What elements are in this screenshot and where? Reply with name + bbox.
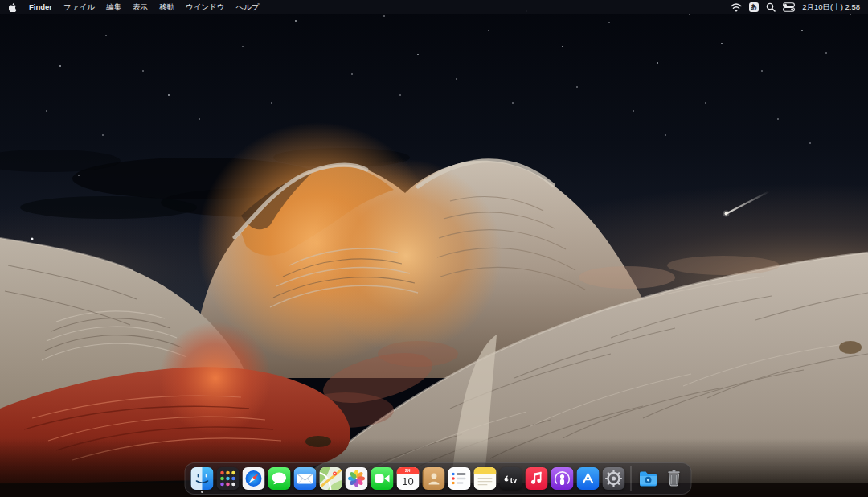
menu-help[interactable]: ヘルプ <box>231 0 265 14</box>
dock-system-settings-icon[interactable] <box>603 467 625 490</box>
dock-calendar-icon[interactable]: 2月 10 <box>397 467 420 490</box>
dock-safari-icon[interactable] <box>243 467 265 490</box>
dock-mail-icon[interactable] <box>294 467 317 490</box>
dock-contacts-icon[interactable] <box>423 467 445 490</box>
menu-edit[interactable]: 編集 <box>100 0 127 14</box>
spotlight-search-icon[interactable] <box>766 2 776 12</box>
menu-view[interactable]: 表示 <box>127 0 154 14</box>
running-indicator <box>201 491 203 493</box>
dock-music-icon[interactable] <box>526 467 548 490</box>
calendar-month-label: 2月 <box>405 468 411 473</box>
menu-file[interactable]: ファイル <box>58 0 100 14</box>
dock-folder-icon[interactable] <box>637 467 660 490</box>
menu-bar-status: あ 2月10日(土) 2:58 <box>731 2 868 13</box>
dock-reminders-icon[interactable] <box>448 467 471 490</box>
apple-logo-icon <box>9 2 17 12</box>
dock-launchpad-icon[interactable] <box>217 467 240 490</box>
menu-bar: Finder ファイル 編集 表示 移動 ウインドウ ヘルプ あ <box>0 0 868 14</box>
bright-star <box>31 238 34 240</box>
dock-finder-icon[interactable] <box>191 467 214 490</box>
app-menu-finder[interactable]: Finder <box>23 0 58 14</box>
menu-bar-clock[interactable]: 2月10日(土) 2:58 <box>802 2 860 13</box>
menu-window[interactable]: ウインドウ <box>180 0 231 14</box>
dock-photos-icon[interactable] <box>346 467 368 490</box>
dock-app-store-icon[interactable] <box>577 467 600 490</box>
dock-maps-icon[interactable] <box>320 467 342 490</box>
control-center-icon[interactable] <box>783 2 795 12</box>
input-source-icon[interactable]: あ <box>749 2 759 12</box>
calendar-day-label: 10 <box>403 475 414 487</box>
dock-podcasts-icon[interactable] <box>551 467 574 490</box>
dock: 2月 10 <box>185 462 692 495</box>
wallpaper-white-pocket <box>0 0 868 497</box>
dock-messages-icon[interactable] <box>268 467 291 490</box>
menu-go[interactable]: 移動 <box>154 0 180 14</box>
dock-facetime-icon[interactable] <box>371 467 394 490</box>
dock-trash-icon[interactable] <box>663 467 686 490</box>
dock-apple-tv-icon[interactable]: tv <box>500 467 522 490</box>
tv-label: tv <box>510 475 518 484</box>
wifi-icon[interactable] <box>731 3 742 12</box>
desktop: Finder ファイル 編集 表示 移動 ウインドウ ヘルプ あ <box>0 0 868 497</box>
dock-notes-icon[interactable] <box>474 467 497 490</box>
apple-menu-icon[interactable] <box>0 2 23 12</box>
dock-separator <box>631 466 632 491</box>
